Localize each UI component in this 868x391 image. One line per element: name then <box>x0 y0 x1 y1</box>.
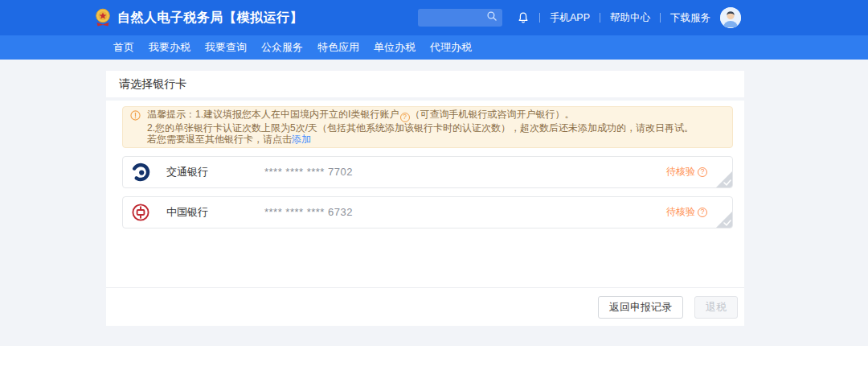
nav-item-featured-apps[interactable]: 特色应用 <box>317 40 359 55</box>
search-box[interactable] <box>418 9 502 27</box>
search-icon[interactable] <box>486 10 497 25</box>
nav-item-inquiry[interactable]: 我要查询 <box>205 40 247 55</box>
search-input[interactable] <box>418 9 486 27</box>
notice-box: 温馨提示：1.建议填报您本人在中国境内开立的Ⅰ类银行账户?（可查询手机银行或咨询… <box>122 106 733 148</box>
bank-card-row-bocom[interactable]: 交通银行 **** **** **** 7702 待核验 ? <box>122 156 733 188</box>
bank-name: 中国银行 <box>166 205 264 220</box>
card-number: **** **** **** 7702 <box>264 166 353 178</box>
nav-item-company-tax[interactable]: 单位办税 <box>374 40 416 55</box>
nav-item-home[interactable]: 首页 <box>113 40 134 55</box>
check-icon <box>723 179 731 186</box>
status-badge: 待核验 <box>666 165 695 179</box>
content-area: 请选择银行卡 温馨提示：1.建议填报您本人在中国境内开立的Ⅰ类银行账户?（可查询… <box>0 60 868 346</box>
tax-bureau-emblem-icon <box>95 8 111 27</box>
main-nav: 首页 我要办税 我要查询 公众服务 特色应用 单位办税 代理办税 <box>0 35 868 60</box>
bank-card-row-boc[interactable]: 中国银行 **** **** **** 6732 待核验 ? <box>122 196 733 228</box>
mobile-app-link[interactable]: 手机APP <box>550 11 590 25</box>
separator <box>600 13 600 23</box>
nav-item-agent-tax[interactable]: 代理办税 <box>430 40 472 55</box>
status-help-icon[interactable]: ? <box>698 167 707 177</box>
topbar: 自然人电子税务局【模拟运行】 手机APP 帮助中心 下载服务 <box>0 0 868 35</box>
refund-button[interactable]: 退税 <box>694 296 738 319</box>
page-title: 请选择银行卡 <box>106 71 744 97</box>
notice-line3-text: 若您需要退至其他银行卡，请点击 <box>147 134 292 145</box>
notice-line1-suffix: （可查询手机银行或咨询开户银行）。 <box>411 109 575 120</box>
card-number: **** **** **** 6732 <box>264 206 353 218</box>
nav-item-tax-handling[interactable]: 我要办税 <box>149 40 190 55</box>
status-badge: 待核验 <box>666 205 695 219</box>
help-center-link[interactable]: 帮助中心 <box>610 11 650 25</box>
check-icon <box>723 220 731 226</box>
notice-line3: 若您需要退至其他银行卡，请点击添加 <box>147 134 723 145</box>
download-service-link[interactable]: 下载服务 <box>670 11 710 25</box>
warning-icon <box>130 110 141 123</box>
notice-line1: 温馨提示：1.建议填报您本人在中国境内开立的Ⅰ类银行账户?（可查询手机银行或咨询… <box>147 109 723 122</box>
user-avatar[interactable] <box>720 7 741 28</box>
nav-item-public-service[interactable]: 公众服务 <box>261 40 303 55</box>
notification-bell-icon[interactable] <box>517 11 530 25</box>
panel-footer: 返回申报记录 退税 <box>106 287 744 326</box>
separator <box>660 13 661 23</box>
notice-line1-text: 温馨提示：1.建议填报您本人在中国境内开立的Ⅰ类银行账户 <box>147 109 399 120</box>
bank-name: 交通银行 <box>166 165 264 179</box>
separator <box>539 13 540 23</box>
bocom-logo-icon <box>131 163 150 182</box>
notice-line2: 2.您的单张银行卡认证次数上限为5次/天（包括其他系统添加该银行卡时的认证次数）… <box>147 122 723 134</box>
brand: 自然人电子税务局【模拟运行】 <box>95 8 303 27</box>
brand-title: 自然人电子税务局【模拟运行】 <box>117 10 303 27</box>
status-help-icon[interactable]: ? <box>698 208 707 217</box>
add-bank-card-link[interactable]: 添加 <box>292 134 311 145</box>
account-help-icon[interactable]: ? <box>400 113 410 122</box>
boc-logo-icon <box>131 203 150 222</box>
topbar-right: 手机APP 帮助中心 下载服务 <box>418 0 741 35</box>
back-to-declaration-button[interactable]: 返回申报记录 <box>598 296 683 319</box>
bank-card-panel: 温馨提示：1.建议填报您本人在中国境内开立的Ⅰ类银行账户?（可查询手机银行或咨询… <box>106 101 744 326</box>
